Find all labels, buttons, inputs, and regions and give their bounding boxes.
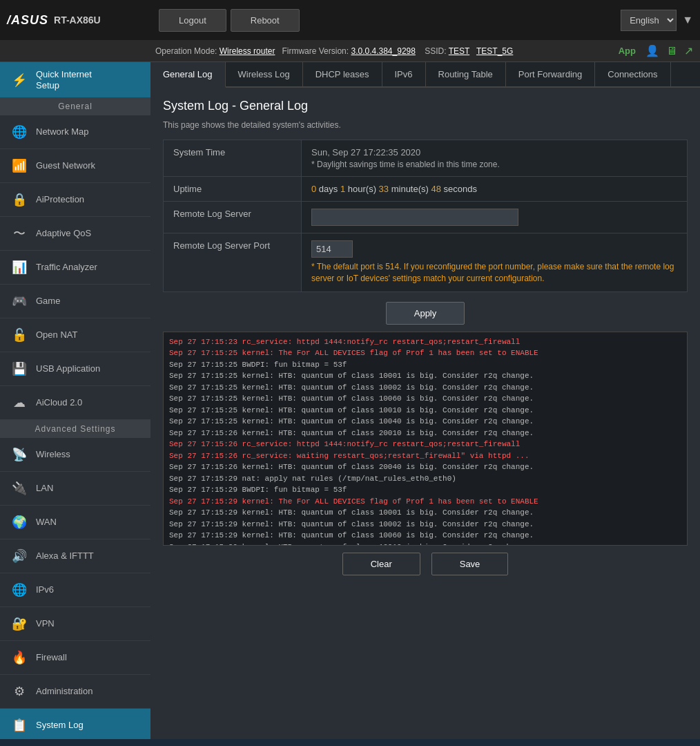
sidebar-label-system-log: System Log: [36, 720, 84, 731]
sidebar-item-alexa[interactable]: 🔊 Alexa & IFTTT: [0, 539, 150, 573]
clear-button[interactable]: Clear: [342, 553, 420, 575]
uptime-days: 0: [311, 184, 316, 194]
sidebar-item-game[interactable]: 🎮 Game: [0, 285, 150, 318]
system-time-note: * Daylight savings time is enabled in th…: [311, 160, 677, 169]
sidebar-label-wireless: Wireless: [36, 449, 70, 460]
sidebar-label-traffic-analyzer: Traffic Analyzer: [36, 262, 97, 273]
reboot-button[interactable]: Reboot: [231, 9, 300, 32]
header-right: English ▼: [621, 10, 693, 31]
sidebar-label-aiprotection: AiProtection: [36, 194, 84, 205]
uptime-row: Uptime 0 days 1 hour(s) 33 minute(s) 48 …: [164, 177, 688, 202]
system-time-main: Sun, Sep 27 17:22:35 2020: [311, 147, 677, 157]
sidebar-label-administration: Administration: [36, 686, 93, 697]
sidebar-item-guest-network[interactable]: 📶 Guest Network: [0, 149, 150, 183]
tab-routing-table[interactable]: Routing Table: [426, 62, 506, 86]
header-icons: ▼: [682, 14, 693, 26]
open-nat-icon: 🔓: [10, 325, 29, 345]
sidebar-label-wan: WAN: [36, 517, 57, 528]
sidebar-item-usb-application[interactable]: 💾 USB Application: [0, 352, 150, 386]
aiprotection-icon: 🔒: [10, 190, 29, 209]
sidebar-label-lan: LAN: [36, 483, 53, 494]
guest-network-icon: 📶: [10, 156, 29, 175]
uptime-minutes: 33: [379, 184, 389, 194]
network-map-icon: 🌐: [10, 122, 29, 142]
quick-setup-icon: ⚡: [10, 70, 29, 90]
sidebar-item-firewall[interactable]: 🔥 Firewall: [0, 641, 150, 675]
language-select[interactable]: English: [621, 10, 677, 31]
remote-log-port-label: Remote Log Server Port: [164, 233, 302, 292]
game-icon: 🎮: [10, 291, 29, 311]
logo-area: /ASUS RT-AX86U: [7, 13, 159, 28]
firmware-value: 3.0.0.4.384_9298: [351, 46, 415, 56]
share-icon[interactable]: ↗: [684, 44, 693, 57]
uptime-days-text: days: [319, 184, 340, 194]
tab-wireless-log[interactable]: Wireless Log: [226, 62, 303, 86]
tab-connections[interactable]: Connections: [595, 62, 670, 86]
apply-button[interactable]: Apply: [386, 302, 465, 325]
logout-button[interactable]: Logout: [159, 9, 226, 32]
remote-log-port-cell: * The default port is 514. If you reconf…: [302, 233, 688, 292]
sidebar-item-aicloud[interactable]: ☁ AiCloud 2.0: [0, 386, 150, 420]
sidebar-item-wireless[interactable]: 📡 Wireless: [0, 438, 150, 472]
sidebar-item-administration[interactable]: ⚙ Administration: [0, 675, 150, 709]
uptime-minutes-text: minute(s): [391, 184, 431, 194]
log-container[interactable]: Sep 27 17:15:23 rc_service: httpd 1444:n…: [163, 332, 688, 546]
main-content: General Log Wireless Log DHCP leases IPv…: [150, 62, 700, 739]
uptime-seconds: 48: [431, 184, 440, 194]
header-buttons: Logout Reboot: [159, 9, 621, 32]
traffic-analyzer-icon: 📊: [10, 258, 29, 277]
sidebar-item-aiprotection[interactable]: 🔒 AiProtection: [0, 183, 150, 217]
sidebar-label-adaptive-qos: Adaptive QoS: [36, 228, 91, 239]
tab-ipv6[interactable]: IPv6: [382, 62, 426, 86]
app-label: App: [619, 46, 636, 56]
adaptive-qos-icon: 〜: [10, 224, 29, 243]
sidebar-item-vpn[interactable]: 🔐 VPN: [0, 607, 150, 641]
operation-mode-label: Operation Mode:: [155, 46, 217, 56]
sidebar-label-open-nat: Open NAT: [36, 329, 77, 341]
sidebar-item-adaptive-qos[interactable]: 〜 Adaptive QoS: [0, 217, 150, 251]
tab-general-log[interactable]: General Log: [150, 62, 226, 88]
vpn-icon: 🔐: [10, 614, 29, 633]
uptime-hours: 1: [340, 184, 345, 194]
sidebar-item-system-log[interactable]: 📋 System Log: [0, 709, 150, 739]
lan-icon: 🔌: [10, 479, 29, 498]
user-icon[interactable]: 👤: [645, 44, 659, 57]
administration-icon: ⚙: [10, 682, 29, 701]
system-time-row: System Time Sun, Sep 27 17:22:35 2020 * …: [164, 140, 688, 177]
remote-log-server-input[interactable]: [311, 209, 518, 226]
quick-setup-label: Quick InternetSetup: [36, 69, 92, 90]
sidebar-item-network-map[interactable]: 🌐 Network Map: [0, 115, 150, 149]
remote-log-server-cell: [302, 202, 688, 233]
main-layout: ⚡ Quick InternetSetup General 🌐 Network …: [0, 62, 700, 739]
sidebar-item-traffic-analyzer[interactable]: 📊 Traffic Analyzer: [0, 251, 150, 285]
port-note: * The default port is 514. If you reconf…: [311, 261, 677, 285]
firewall-icon: 🔥: [10, 648, 29, 667]
tab-port-forwarding[interactable]: Port Forwarding: [506, 62, 595, 86]
page-description: This page shows the detailed system's ac…: [163, 120, 688, 130]
sidebar-label-network-map: Network Map: [36, 126, 89, 137]
header: /ASUS RT-AX86U Logout Reboot English ▼: [0, 0, 700, 40]
sidebar-label-game: Game: [36, 296, 60, 307]
content-area: System Log - General Log This page shows…: [150, 88, 700, 739]
tab-dhcp-leases[interactable]: DHCP leases: [303, 62, 382, 86]
sidebar-item-ipv6[interactable]: 🌐 IPv6: [0, 573, 150, 607]
monitor-icon[interactable]: 🖥: [666, 45, 677, 57]
uptime-value: 0 days 1 hour(s) 33 minute(s) 48 seconds: [302, 177, 688, 202]
ipv6-icon: 🌐: [10, 580, 29, 600]
quick-internet-setup[interactable]: ⚡ Quick InternetSetup: [0, 62, 150, 97]
advanced-section-title: Advanced Settings: [0, 420, 150, 438]
info-bar: Operation Mode: Wireless router Firmware…: [0, 40, 700, 62]
sidebar-item-lan[interactable]: 🔌 LAN: [0, 472, 150, 506]
sidebar-item-open-nat[interactable]: 🔓 Open NAT: [0, 318, 150, 352]
firmware-label: Firmware Version:: [282, 46, 349, 56]
sidebar-label-firewall: Firewall: [36, 652, 67, 663]
wireless-icon: 📡: [10, 445, 29, 464]
ssid-2g: TEST: [449, 46, 469, 56]
save-button[interactable]: Save: [431, 553, 509, 575]
info-icons: 👤 🖥 ↗: [645, 44, 693, 57]
remote-log-port-input[interactable]: [311, 240, 353, 258]
remote-log-server-label: Remote Log Server: [164, 202, 302, 233]
system-time-value: Sun, Sep 27 17:22:35 2020 * Daylight sav…: [302, 140, 688, 177]
sidebar-item-wan[interactable]: 🌍 WAN: [0, 506, 150, 539]
general-section-title: General: [0, 97, 150, 115]
